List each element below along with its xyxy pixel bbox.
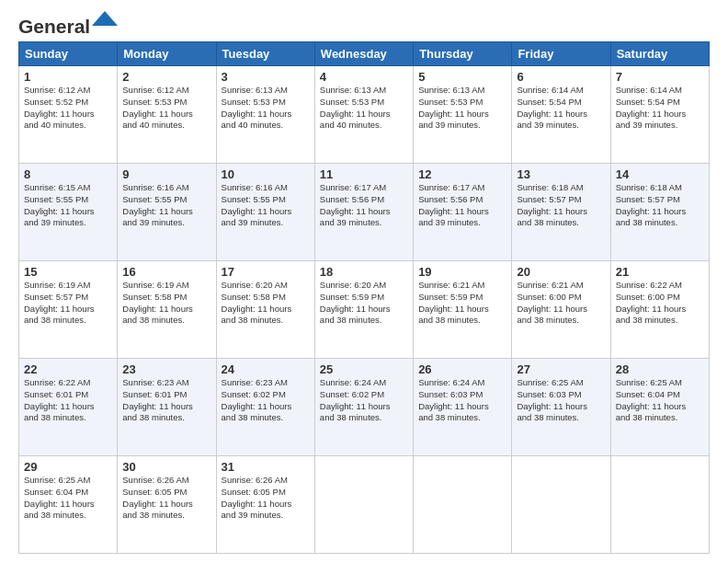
calendar-empty xyxy=(314,456,413,554)
calendar-day-3: 3Sunrise: 6:13 AM Sunset: 5:53 PM Daylig… xyxy=(216,66,314,164)
day-number: 25 xyxy=(320,362,408,376)
day-info: Sunrise: 6:23 AM Sunset: 6:01 PM Dayligh… xyxy=(122,377,210,424)
day-number: 10 xyxy=(222,167,310,181)
day-number: 7 xyxy=(616,70,704,84)
day-info: Sunrise: 6:23 AM Sunset: 6:02 PM Dayligh… xyxy=(222,377,310,424)
day-info: Sunrise: 6:24 AM Sunset: 6:03 PM Dayligh… xyxy=(418,377,506,424)
day-info: Sunrise: 6:20 AM Sunset: 5:58 PM Dayligh… xyxy=(222,280,310,327)
calendar-header-wednesday: Wednesday xyxy=(314,42,413,66)
day-info: Sunrise: 6:13 AM Sunset: 5:53 PM Dayligh… xyxy=(320,85,408,132)
day-number: 18 xyxy=(320,265,408,279)
day-info: Sunrise: 6:24 AM Sunset: 6:02 PM Dayligh… xyxy=(320,377,408,424)
day-info: Sunrise: 6:26 AM Sunset: 6:05 PM Dayligh… xyxy=(122,475,210,522)
day-info: Sunrise: 6:13 AM Sunset: 5:53 PM Dayligh… xyxy=(418,85,506,132)
calendar-header-monday: Monday xyxy=(118,42,216,66)
calendar-day-2: 2Sunrise: 6:12 AM Sunset: 5:53 PM Daylig… xyxy=(118,66,216,164)
calendar-day-1: 1Sunrise: 6:12 AM Sunset: 5:52 PM Daylig… xyxy=(19,66,118,164)
day-info: Sunrise: 6:12 AM Sunset: 5:52 PM Dayligh… xyxy=(24,85,112,132)
calendar-day-29: 29Sunrise: 6:25 AM Sunset: 6:04 PM Dayli… xyxy=(19,456,118,554)
day-number: 2 xyxy=(122,70,210,84)
day-info: Sunrise: 6:17 AM Sunset: 5:56 PM Dayligh… xyxy=(418,182,506,229)
calendar-day-27: 27Sunrise: 6:25 AM Sunset: 6:03 PM Dayli… xyxy=(512,359,610,456)
day-number: 27 xyxy=(517,362,605,376)
calendar-day-26: 26Sunrise: 6:24 AM Sunset: 6:03 PM Dayli… xyxy=(414,359,512,456)
calendar-header-saturday: Saturday xyxy=(610,42,709,66)
day-number: 23 xyxy=(122,362,210,376)
day-number: 5 xyxy=(418,70,506,84)
calendar-header-friday: Friday xyxy=(512,42,610,66)
calendar-week-1: 1Sunrise: 6:12 AM Sunset: 5:52 PM Daylig… xyxy=(19,66,710,164)
day-info: Sunrise: 6:19 AM Sunset: 5:57 PM Dayligh… xyxy=(24,280,112,327)
day-info: Sunrise: 6:13 AM Sunset: 5:53 PM Dayligh… xyxy=(222,85,310,132)
day-info: Sunrise: 6:18 AM Sunset: 5:57 PM Dayligh… xyxy=(517,182,605,229)
day-number: 14 xyxy=(616,167,704,181)
calendar-day-23: 23Sunrise: 6:23 AM Sunset: 6:01 PM Dayli… xyxy=(118,359,216,456)
calendar-day-24: 24Sunrise: 6:23 AM Sunset: 6:02 PM Dayli… xyxy=(216,359,314,456)
calendar-week-2: 8Sunrise: 6:15 AM Sunset: 5:55 PM Daylig… xyxy=(19,164,710,261)
logo: General xyxy=(18,17,118,34)
day-info: Sunrise: 6:18 AM Sunset: 5:57 PM Dayligh… xyxy=(616,182,704,229)
calendar-empty xyxy=(414,456,512,554)
calendar-day-19: 19Sunrise: 6:21 AM Sunset: 5:59 PM Dayli… xyxy=(414,261,512,359)
day-info: Sunrise: 6:12 AM Sunset: 5:53 PM Dayligh… xyxy=(122,85,210,132)
day-info: Sunrise: 6:19 AM Sunset: 5:58 PM Dayligh… xyxy=(122,280,210,327)
calendar-day-6: 6Sunrise: 6:14 AM Sunset: 5:54 PM Daylig… xyxy=(512,66,610,164)
day-number: 20 xyxy=(517,265,605,279)
calendar-header-sunday: Sunday xyxy=(19,42,118,66)
day-info: Sunrise: 6:14 AM Sunset: 5:54 PM Dayligh… xyxy=(517,85,605,132)
calendar-day-12: 12Sunrise: 6:17 AM Sunset: 5:56 PM Dayli… xyxy=(414,164,512,261)
day-number: 3 xyxy=(222,70,310,84)
day-number: 1 xyxy=(24,70,112,84)
calendar-day-17: 17Sunrise: 6:20 AM Sunset: 5:58 PM Dayli… xyxy=(216,261,314,359)
calendar-day-15: 15Sunrise: 6:19 AM Sunset: 5:57 PM Dayli… xyxy=(19,261,118,359)
day-number: 13 xyxy=(517,167,605,181)
calendar-day-30: 30Sunrise: 6:26 AM Sunset: 6:05 PM Dayli… xyxy=(118,456,216,554)
calendar-day-20: 20Sunrise: 6:21 AM Sunset: 6:00 PM Dayli… xyxy=(512,261,610,359)
logo-text-general: General xyxy=(18,17,90,36)
day-info: Sunrise: 6:20 AM Sunset: 5:59 PM Dayligh… xyxy=(320,280,408,327)
day-number: 24 xyxy=(222,362,310,376)
header: General xyxy=(18,17,710,34)
calendar-day-5: 5Sunrise: 6:13 AM Sunset: 5:53 PM Daylig… xyxy=(414,66,512,164)
day-number: 11 xyxy=(320,167,408,181)
svg-marker-0 xyxy=(92,11,118,26)
calendar-table: SundayMondayTuesdayWednesdayThursdayFrid… xyxy=(18,41,710,554)
calendar-empty xyxy=(512,456,610,554)
calendar-day-16: 16Sunrise: 6:19 AM Sunset: 5:58 PM Dayli… xyxy=(118,261,216,359)
day-number: 26 xyxy=(418,362,506,376)
calendar-day-21: 21Sunrise: 6:22 AM Sunset: 6:00 PM Dayli… xyxy=(610,261,709,359)
calendar-body: 1Sunrise: 6:12 AM Sunset: 5:52 PM Daylig… xyxy=(19,66,710,554)
day-number: 17 xyxy=(222,265,310,279)
day-number: 9 xyxy=(122,167,210,181)
day-info: Sunrise: 6:25 AM Sunset: 6:04 PM Dayligh… xyxy=(616,377,704,424)
calendar-header-thursday: Thursday xyxy=(414,42,512,66)
day-number: 30 xyxy=(122,460,210,474)
day-number: 12 xyxy=(418,167,506,181)
calendar-week-3: 15Sunrise: 6:19 AM Sunset: 5:57 PM Dayli… xyxy=(19,261,710,359)
day-info: Sunrise: 6:21 AM Sunset: 5:59 PM Dayligh… xyxy=(418,280,506,327)
calendar-day-25: 25Sunrise: 6:24 AM Sunset: 6:02 PM Dayli… xyxy=(314,359,413,456)
day-number: 21 xyxy=(616,265,704,279)
calendar-day-22: 22Sunrise: 6:22 AM Sunset: 6:01 PM Dayli… xyxy=(19,359,118,456)
calendar-day-4: 4Sunrise: 6:13 AM Sunset: 5:53 PM Daylig… xyxy=(314,66,413,164)
calendar-week-5: 29Sunrise: 6:25 AM Sunset: 6:04 PM Dayli… xyxy=(19,456,710,554)
day-info: Sunrise: 6:25 AM Sunset: 6:04 PM Dayligh… xyxy=(24,475,112,522)
day-number: 28 xyxy=(616,362,704,376)
day-number: 16 xyxy=(122,265,210,279)
day-number: 22 xyxy=(24,362,112,376)
calendar-day-11: 11Sunrise: 6:17 AM Sunset: 5:56 PM Dayli… xyxy=(314,164,413,261)
calendar-week-4: 22Sunrise: 6:22 AM Sunset: 6:01 PM Dayli… xyxy=(19,359,710,456)
logo-icon xyxy=(92,9,118,28)
page: General SundayMondayTuesdayWednesdayThur… xyxy=(0,0,728,563)
day-info: Sunrise: 6:15 AM Sunset: 5:55 PM Dayligh… xyxy=(24,182,112,229)
day-number: 4 xyxy=(320,70,408,84)
day-number: 15 xyxy=(24,265,112,279)
day-info: Sunrise: 6:16 AM Sunset: 5:55 PM Dayligh… xyxy=(122,182,210,229)
calendar-day-18: 18Sunrise: 6:20 AM Sunset: 5:59 PM Dayli… xyxy=(314,261,413,359)
day-number: 19 xyxy=(418,265,506,279)
day-info: Sunrise: 6:22 AM Sunset: 6:01 PM Dayligh… xyxy=(24,377,112,424)
calendar-day-13: 13Sunrise: 6:18 AM Sunset: 5:57 PM Dayli… xyxy=(512,164,610,261)
calendar-day-7: 7Sunrise: 6:14 AM Sunset: 5:54 PM Daylig… xyxy=(610,66,709,164)
day-number: 6 xyxy=(517,70,605,84)
day-number: 31 xyxy=(222,460,310,474)
